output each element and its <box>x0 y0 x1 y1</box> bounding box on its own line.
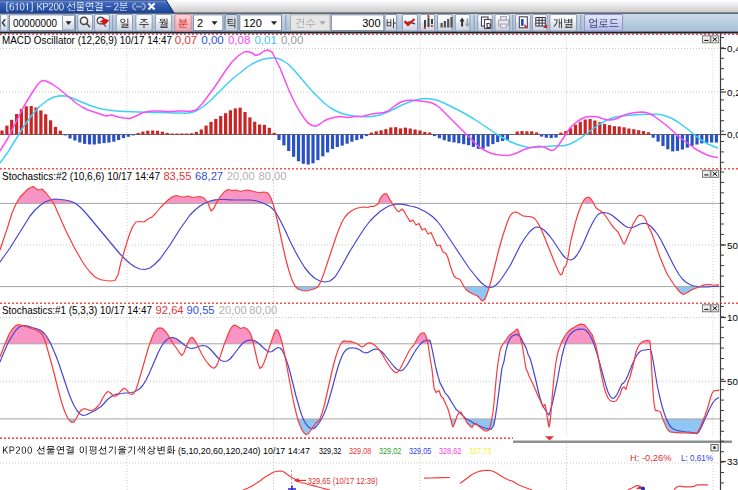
svg-text:20,00: 20,00 <box>219 304 247 316</box>
svg-text:Stochastics:#2 (10,6,6) 10/17: Stochastics:#2 (10,6,6) 10/17 14:47 <box>2 170 160 182</box>
svg-text:2: 2 <box>197 17 203 29</box>
svg-text:00000000: 00000000 <box>13 17 57 29</box>
svg-text:80,00: 80,00 <box>259 170 287 182</box>
svg-text:0,00: 0,00 <box>281 34 304 46</box>
svg-text:120: 120 <box>244 17 262 29</box>
svg-text:50: 50 <box>727 240 738 251</box>
svg-text:328,62: 328,62 <box>439 445 461 456</box>
svg-text:0,2: 0,2 <box>727 87 738 98</box>
svg-text:80,00: 80,00 <box>249 304 277 316</box>
svg-text:D: D <box>486 22 491 29</box>
svg-text:329,05: 329,05 <box>409 445 431 456</box>
svg-text:0,07: 0,07 <box>175 34 198 46</box>
svg-text:Stochastics:#1 (5,3,3) 10/17: Stochastics:#1 (5,3,3) 10/17 14:47 <box>2 304 152 316</box>
svg-text:20,00: 20,00 <box>227 170 255 182</box>
svg-text:327,73: 327,73 <box>469 445 491 456</box>
svg-text:50: 50 <box>727 376 738 387</box>
svg-text:83,55: 83,55 <box>163 170 191 182</box>
svg-text:68,27: 68,27 <box>195 170 223 182</box>
svg-text:0,0: 0,0 <box>727 129 738 140</box>
svg-text:329,08: 329,08 <box>349 445 371 456</box>
svg-text:92,64: 92,64 <box>156 304 184 316</box>
svg-text:0,00: 0,00 <box>201 34 224 46</box>
svg-text:L: 0,61%: L: 0,61% <box>681 452 713 463</box>
svg-text:(5,10,20,60,120,240) 10/17 14:: (5,10,20,60,120,240) 10/17 14:47 <box>178 445 310 456</box>
svg-text:H: -0,26%: H: -0,26% <box>630 452 672 463</box>
svg-text:330: 330 <box>727 456 738 467</box>
svg-text:100: 100 <box>727 312 738 323</box>
svg-text:0,01: 0,01 <box>254 34 277 46</box>
svg-text:329,02: 329,02 <box>379 445 401 456</box>
svg-text:329,32: 329,32 <box>319 445 341 456</box>
svg-text:300: 300 <box>362 17 380 29</box>
svg-text:MACD Oscillator (12,26,9) 10/: MACD Oscillator (12,26,9) 10/17 14:47 <box>2 34 172 46</box>
svg-text:0,4: 0,4 <box>727 43 738 54</box>
svg-text:90,55: 90,55 <box>187 304 215 316</box>
svg-text:329,65 (10/17 12:39): 329,65 (10/17 12:39) <box>308 475 378 486</box>
svg-text:0,08: 0,08 <box>228 34 251 46</box>
